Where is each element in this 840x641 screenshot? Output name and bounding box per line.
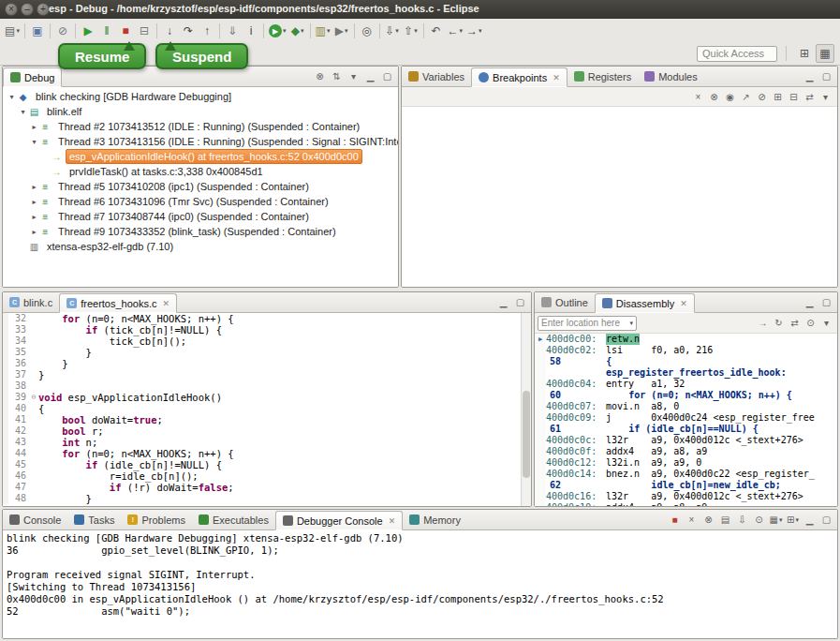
scrollbar-thumb[interactable] (523, 391, 530, 478)
disassembly-row[interactable]: 400d0c07:movi.n a8, 0 (535, 401, 837, 412)
tab-outline[interactable]: Outline (535, 292, 595, 312)
tree-item[interactable]: →esp_vApplicationIdleHook() at freertos_… (3, 149, 398, 164)
close-tab-icon[interactable]: ✕ (163, 299, 170, 308)
clear-console-button[interactable]: ▤ (717, 512, 733, 528)
tab-freertos-hooks-c[interactable]: C freertos_hooks.c ✕ (59, 293, 177, 313)
close-tab-icon[interactable]: ✕ (680, 299, 687, 308)
disassembly-row[interactable]: ▶400d0c00:retw.n (535, 334, 837, 345)
twisty-icon[interactable]: ▸ (29, 198, 39, 206)
console-output[interactable]: blink checking [GDB Hardware Debugging] … (3, 530, 837, 639)
go-to-file-for-breakpoint-button[interactable]: ↗ (738, 89, 754, 105)
disassembly-row[interactable]: 400d0c0f:addx4 a9, a8, a9 (535, 446, 837, 457)
disassembly-row[interactable]: 400d0c0c:l32r a9, 0x400d012c <_stext+276… (535, 435, 837, 446)
suspend-button[interactable]: ‖ (97, 22, 116, 40)
disassembly-listing[interactable]: ▶400d0c00:retw.n400d0c02:lsi f0, a0, 216… (535, 334, 837, 507)
tree-item[interactable]: →prvIdleTask() at tasks.c:3,338 0x400845… (3, 164, 398, 179)
code-line[interactable]: 38 (3, 380, 531, 392)
tab-blink-c[interactable]: C blink.c (3, 292, 59, 312)
search-button[interactable]: ◎ (358, 22, 376, 40)
code-line[interactable]: 36 } (3, 358, 531, 369)
tab-registers[interactable]: Registers (567, 67, 638, 86)
code-line[interactable]: 42 bool r; (3, 425, 531, 437)
tab-breakpoints[interactable]: Breakpoints ✕ (471, 67, 567, 87)
skip-all-breakpoints-button[interactable]: ⊘ (53, 22, 72, 40)
run-button[interactable]: ▶▾ (267, 22, 288, 40)
disconnect-button[interactable]: ⊟ (135, 22, 154, 40)
code-line[interactable]: 48 } (3, 493, 531, 504)
close-tab-icon[interactable]: ✕ (553, 73, 560, 82)
external-tools-button[interactable]: ▶▾ (332, 22, 351, 40)
tree-item[interactable]: ▸≡Thread #6 1073431096 (Tmr Svc) (Suspen… (3, 194, 398, 209)
remove-launch-button[interactable]: × (684, 512, 700, 528)
disassembly-row[interactable]: 400d0c12:l32i.n a9, a9, 0 (535, 457, 837, 469)
tree-item[interactable]: ▾◆blink checking [GDB Hardware Debugging… (3, 89, 398, 104)
minimize-button[interactable]: ▁ (802, 68, 818, 84)
code-line[interactable]: 39⊖void esp_vApplicationIdleHook() (3, 392, 531, 403)
code-line[interactable]: 32 for (n=0; n<MAX_HOOKS; n++) { (3, 313, 531, 324)
disassembly-row[interactable]: 400d0c02:lsi f0, a0, 216 (535, 345, 837, 356)
step-over-button[interactable]: ↷ (179, 22, 198, 40)
disassembly-row[interactable]: esp_register_freertos_idle_hook: (535, 367, 837, 379)
show-breakpoints-supported-button[interactable]: ◉ (722, 89, 738, 105)
refresh-disassembly-button[interactable]: ↻ (771, 315, 787, 331)
window-maximize-button[interactable]: + (37, 3, 50, 16)
tree-item[interactable]: ▥xtensa-esp32-elf-gdb (7.10) (3, 239, 398, 254)
quick-access-input[interactable]: Quick Access (697, 46, 777, 62)
sync-with-debug-context-button[interactable]: ⇄ (787, 315, 803, 331)
view-menu-button[interactable]: ▾ (818, 315, 834, 331)
forward-button[interactable]: →▾ (464, 22, 484, 40)
previous-annotation-button[interactable]: ⇧▾ (402, 22, 420, 40)
scroll-lock-button[interactable]: ⇩ (734, 512, 750, 528)
tree-item[interactable]: ▸≡Thread #2 1073413512 (IDLE : Running) … (3, 119, 398, 134)
code-editor[interactable]: 32 for (n=0; n<MAX_HOOKS; n++) {33 if (t… (3, 313, 531, 507)
code-line[interactable]: 40{ (3, 403, 531, 414)
view-menu-button[interactable]: ▾ (346, 68, 361, 84)
tree-item[interactable]: ▸≡Thread #5 1073410208 (ipc1) (Suspended… (3, 179, 398, 194)
jump-to-address-button[interactable]: → (755, 315, 771, 331)
tab-debugger-console[interactable]: Debugger Console ✕ (275, 511, 403, 530)
remove-breakpoint-button[interactable]: × (690, 89, 706, 105)
twisty-icon[interactable]: ▸ (29, 228, 39, 236)
tree-item[interactable]: ▾▤blink.elf (3, 104, 398, 119)
chevron-down-icon[interactable]: ▾ (629, 320, 633, 327)
twisty-icon[interactable]: ▾ (7, 93, 17, 101)
save-button[interactable]: ▣ (28, 22, 47, 40)
skip-all-breakpoints-button[interactable]: ⊘ (754, 89, 770, 105)
drop-to-frame-button[interactable]: ⇓ (223, 22, 242, 40)
breakpoints-empty-content[interactable] (402, 107, 837, 288)
twisty-icon[interactable]: ▸ (29, 123, 39, 131)
remove-all-breakpoints-button[interactable]: ⊗ (706, 89, 722, 105)
debug-button[interactable]: ◆▾ (288, 22, 307, 40)
disassembly-row[interactable]: 400d0c14:bnez.n a9, 0x400d0c22 <esp_regi… (535, 469, 837, 480)
disassembly-row[interactable]: 62 idle_cb[n]=new_idle_cb; (535, 480, 837, 491)
tab-problems[interactable]: ! Problems (121, 510, 191, 529)
minimize-button[interactable]: ▁ (362, 68, 378, 84)
remove-all-launches-button[interactable]: ⊗ (700, 512, 716, 528)
tree-item[interactable]: ▸≡Thread #9 1073433352 (blink_task) (Sus… (3, 224, 398, 239)
tab-variables[interactable]: Variables (402, 67, 471, 86)
disassembly-row[interactable]: 400d0c16:l32r a9, 0x400d012c <_stext+276… (535, 491, 837, 502)
code-line[interactable]: 44 for (n=0; n<MAX_HOOKS; n++) { (3, 448, 531, 459)
maximize-button[interactable]: ▢ (379, 68, 395, 84)
fold-collapse-icon[interactable]: ⊖ (29, 392, 38, 403)
editor-scrollbar[interactable] (521, 313, 531, 507)
code-line[interactable]: 45 if (idle_cb[n]!=NULL) { (3, 459, 531, 470)
code-line[interactable]: 41 bool doWait=true; (3, 414, 531, 425)
tab-disassembly[interactable]: Disassembly ✕ (595, 293, 695, 313)
maximize-button[interactable]: ▢ (818, 294, 834, 310)
terminate-console-button[interactable]: ■ (667, 512, 683, 528)
expand-all-button[interactable]: ⊞ (770, 89, 786, 105)
disassembly-row[interactable]: 400d0c04:entry a1, 32 (535, 379, 837, 390)
tree-item[interactable]: ▸≡Thread #7 1073408744 (ipc0) (Suspended… (3, 209, 398, 224)
disassembly-row[interactable]: 61 if (idle_cb[n]==NULL) { (535, 424, 837, 435)
twisty-icon[interactable]: ▸ (29, 213, 39, 221)
disassembly-row[interactable]: 400d0c09:j 0x400d0c24 <esp_register_free (535, 412, 837, 424)
step-return-button[interactable]: ↑ (198, 22, 216, 40)
tab-memory[interactable]: Memory (403, 510, 467, 529)
resume-button[interactable]: ▶ (79, 22, 97, 40)
minimize-button[interactable]: ▁ (802, 512, 818, 528)
window-minimize-button[interactable]: – (21, 3, 34, 16)
debug-perspective-button[interactable]: ▦ (816, 44, 834, 63)
code-line[interactable]: 35 } (3, 347, 531, 358)
code-line[interactable]: 37} (3, 369, 531, 380)
